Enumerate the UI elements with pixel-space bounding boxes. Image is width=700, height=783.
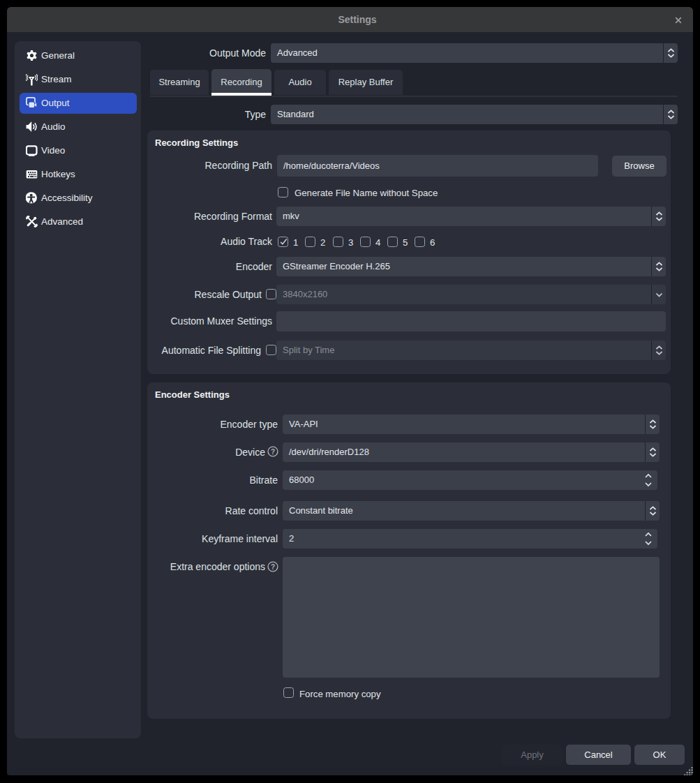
svg-text:?: ?	[271, 448, 275, 456]
svg-text:?: ?	[271, 563, 275, 571]
